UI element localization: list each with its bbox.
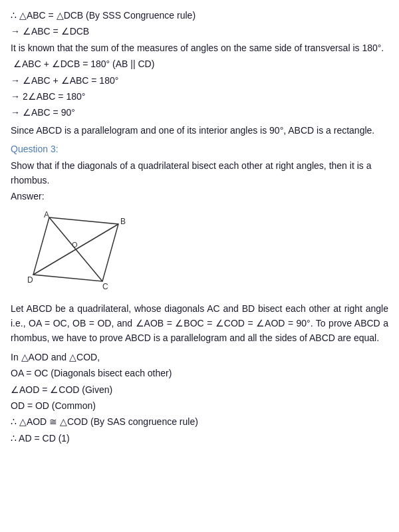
line-l13: In △AOD and △COD, bbox=[11, 350, 388, 364]
line-l2: → ∠ABC = ∠DCB bbox=[11, 24, 388, 39]
line-l18: ∴ AD = CD (1) bbox=[11, 431, 388, 446]
line-l17: ∴ △AOD ≅ △COD (By SAS congruence rule) bbox=[11, 414, 388, 429]
line-l4: ∠ABC + ∠DCB = 180° (AB || CD) bbox=[11, 57, 388, 71]
label-B: B bbox=[120, 217, 126, 226]
line-l7: → ∠ABC = 90° bbox=[11, 105, 388, 120]
line-l1: ∴ △ABC = △DCB (By SSS Congruence rule) bbox=[11, 8, 388, 23]
line-l8: Since ABCD is a parallelogram and one of… bbox=[11, 123, 388, 138]
label-C: C bbox=[102, 282, 108, 291]
label-O: O bbox=[72, 241, 78, 249]
line-l15: ∠AOD = ∠COD (Given) bbox=[11, 382, 388, 397]
line-l12: Let ABCD be a quadrilateral, whose diago… bbox=[11, 301, 388, 346]
diagram-container: A B C D O bbox=[24, 209, 388, 296]
svg-line-2 bbox=[33, 224, 118, 275]
line-l3: It is known that the sum of the measures… bbox=[11, 41, 388, 55]
question-label: Question 3: bbox=[11, 142, 388, 156]
label-A: A bbox=[44, 210, 49, 219]
line-l14: OA = OC (Diagonals bisect each other) bbox=[11, 366, 388, 380]
line-l11: Answer: bbox=[11, 189, 388, 203]
rhombus-diagram: A B C D O bbox=[24, 209, 130, 296]
label-D: D bbox=[27, 275, 33, 285]
line-l10: Show that if the diagonals of a quadrila… bbox=[11, 158, 388, 188]
line-l5: → ∠ABC + ∠ABC = 180° bbox=[11, 73, 388, 88]
content-area: ∴ △ABC = △DCB (By SSS Congruence rule) →… bbox=[11, 8, 388, 446]
line-l16: OD = OD (Common) bbox=[11, 398, 388, 413]
line-l6: → 2∠ABC = 180° bbox=[11, 89, 388, 104]
